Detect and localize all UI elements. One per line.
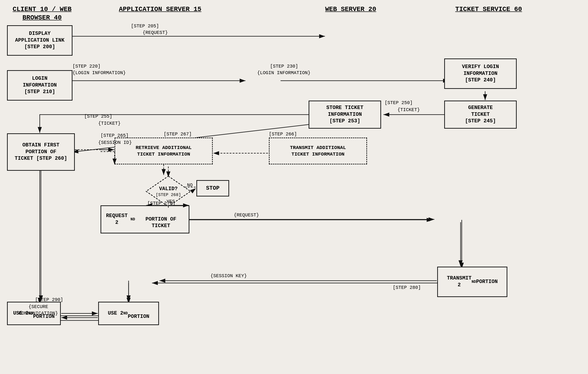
label-login1: {LOGIN INFORMATION} xyxy=(73,70,126,75)
col-header-client: CLIENT 10 / WEB BROWSER 40 xyxy=(7,5,77,22)
diagram: CLIENT 10 / WEB BROWSER 40 APPLICATION S… xyxy=(0,0,588,374)
label-step255: [STEP 255] xyxy=(84,114,112,119)
label-step230: [STEP 230] xyxy=(270,64,298,69)
box-step260: OBTAIN FIRSTPORTION OFTICKET [STEP 260] xyxy=(7,133,75,171)
box-step200: DISPLAYAPPLICATION LINK[STEP 200] xyxy=(7,25,73,56)
label-secure-comm: {SECURECOMMUNICATION} xyxy=(19,304,58,317)
box-step253: STORE TICKETINFORMATION[STEP 253] xyxy=(309,101,381,129)
box-step240: VERIFY LOGININFORMATION[STEP 240] xyxy=(444,58,517,89)
col-header-ticket-service: TICKET SERVICE 60 xyxy=(440,5,538,14)
box-stop: STOP xyxy=(196,180,229,196)
box-use2nd-app: USE 2NDPORTION xyxy=(98,302,159,325)
label-request1: {REQUEST} xyxy=(143,30,168,35)
label-step205: [STEP 205] xyxy=(131,23,159,29)
label-ticket-back: {TICKET} xyxy=(98,121,121,126)
label-step220: [STEP 220] xyxy=(73,64,101,69)
arrows-svg2 xyxy=(0,0,588,374)
svg-text:[STEP 268]: [STEP 268] xyxy=(156,192,181,197)
label-session-key: {SESSION KEY} xyxy=(210,273,247,278)
label-ticket-store: {TICKET} xyxy=(398,107,420,113)
box-step210: LOGININFORMATION[STEP 210] xyxy=(7,70,73,101)
label-step280: [STEP 280] xyxy=(393,285,421,290)
label-step250: [STEP 250] xyxy=(385,100,413,106)
label-step290: [STEP 290] xyxy=(35,297,63,302)
label-request2: {REQUEST} xyxy=(234,212,259,218)
arrows-svg xyxy=(0,0,588,374)
box-step270: REQUEST 2NDPORTION OF TICKET xyxy=(101,205,189,234)
col-header-app-server: APPLICATION SERVER 15 xyxy=(107,5,213,14)
label-login2: {LOGIN INFORMATION} xyxy=(257,70,311,75)
col-header-web-server: WEB SERVER 20 xyxy=(304,5,398,14)
label-step270: [STEP 270] xyxy=(147,201,175,206)
box-step266: TRANSMIT ADDITIONALTICKET INFORMATION xyxy=(269,138,367,164)
label-step265: [STEP 265] xyxy=(101,133,129,138)
label-step266: [STEP 266] xyxy=(269,131,297,137)
svg-text:VALID?: VALID? xyxy=(159,186,178,192)
box-step245: GENERATETICKET[STEP 245] xyxy=(444,101,517,129)
label-step267: [STEP 267] xyxy=(164,131,192,137)
label-sessionid: {SESSION ID} xyxy=(98,140,132,145)
svg-line-30 xyxy=(191,188,196,192)
label-no: NO xyxy=(187,182,193,188)
box-step280: TRANSMIT2ND PORTION xyxy=(437,267,507,297)
